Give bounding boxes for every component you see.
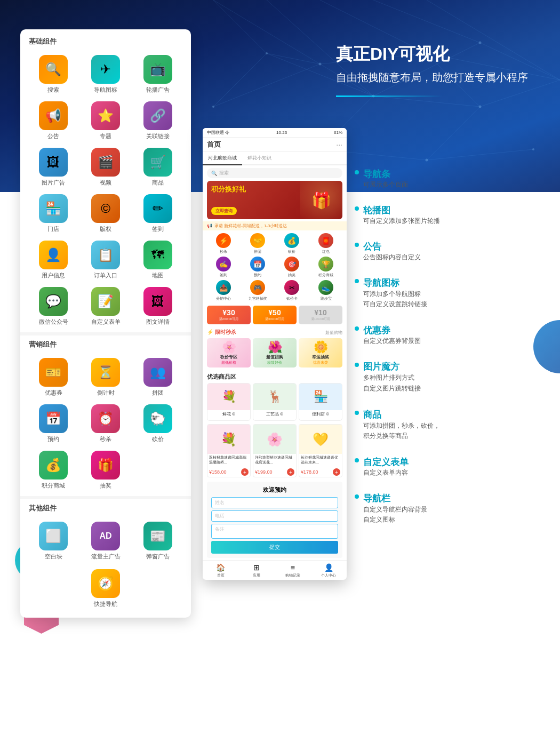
- bottom-nav-profile[interactable]: 👤 个人中心: [311, 563, 347, 578]
- component-points-shop[interactable]: 💰 积分商城: [29, 449, 78, 492]
- product-card-3[interactable]: 💛 长沙鲜花同城速递送优选花束来... ¥178.00 +: [299, 424, 342, 477]
- flash-item-1[interactable]: 🌸 砍价专区 超低价格: [207, 338, 251, 367]
- component-topic[interactable]: ⭐ 专题: [81, 99, 130, 142]
- ann-content-7: 商品 可添加拼团，秒杀，砍价，积分兑换等商品: [363, 409, 440, 441]
- component-checkin[interactable]: ✏ 签到: [133, 192, 182, 235]
- component-article[interactable]: 🖼 图文详情: [133, 285, 182, 328]
- cat-store[interactable]: 🏪 便利店 ©: [299, 383, 342, 421]
- cat-craft[interactable]: 🦌 工艺品 ©: [253, 383, 297, 421]
- phone-icon-cut[interactable]: ✂ 砍价卡: [275, 280, 308, 301]
- ann-nav-icon: 导航图标 可添加多个导航图标可自定义设置跳转链接: [355, 277, 536, 309]
- flash-item-2[interactable]: 🌺 超值团购 极致好价: [253, 338, 297, 367]
- cat-flower[interactable]: 💐 鲜花 ©: [207, 383, 251, 421]
- component-countdown[interactable]: ⏳ 倒计时: [81, 356, 130, 399]
- component-coupon[interactable]: 🎫 优惠券: [29, 356, 78, 399]
- coupon-2-cond: 满300.00可用: [255, 317, 294, 322]
- img-ad-icon-box: 🖼: [39, 148, 68, 177]
- banner-decoration: 🎁: [300, 181, 342, 219]
- phone-icon-flash[interactable]: ⚡ 秒杀: [207, 233, 240, 254]
- product-3-cart[interactable]: +: [333, 468, 340, 476]
- component-video[interactable]: 🎬 视频: [81, 146, 130, 189]
- tab-home[interactable]: 河北航歌商城: [203, 152, 242, 165]
- coupon-1-amount: ¥30: [209, 308, 249, 317]
- flash-item-3-sub: 惊喜来袭: [301, 360, 340, 365]
- component-appointment[interactable]: 📅 预约: [29, 402, 78, 445]
- ann-dot-5: [355, 326, 359, 331]
- product-2-cart[interactable]: +: [287, 468, 294, 476]
- component-img-ad[interactable]: 🖼 图片广告: [29, 146, 78, 189]
- component-banner[interactable]: 📺 轮播广告: [133, 53, 182, 96]
- link-icon-box: 🔗: [143, 101, 172, 130]
- ann-title-7: 商品: [363, 409, 440, 421]
- ann-content-5: 优惠券 自定义优惠券背景图: [363, 324, 421, 346]
- topic-icon-box: ⭐: [91, 101, 120, 130]
- link-label: 关联链接: [146, 132, 170, 140]
- product-2-price: ¥199.00: [255, 469, 273, 475]
- component-product[interactable]: 🛒 商品: [133, 146, 182, 189]
- phone-icon-bargain[interactable]: 💰 砍价: [275, 233, 308, 254]
- bottom-nav-apps[interactable]: ⊞ 应用: [239, 563, 275, 578]
- flash-items-grid: 🌸 砍价专区 超低价格 🌺 超值团购 极致好价 🌼 幸运抽奖 惊喜来袭: [203, 337, 347, 371]
- flash-item-3-img: 🌼: [301, 340, 340, 354]
- component-copyright[interactable]: © 版权: [81, 192, 130, 235]
- svg-line-22: [427, 107, 480, 160]
- component-order[interactable]: 📋 订单入口: [81, 238, 130, 282]
- video-icon-box: 🎬: [91, 148, 120, 177]
- quick-nav-row: 🧭 快捷导航: [29, 567, 182, 610]
- phone-search-bar[interactable]: 🔍 搜索: [207, 168, 342, 178]
- phone-icon-grid-lottery[interactable]: 🎮 九宫格抽奖: [241, 280, 274, 301]
- product-card-1[interactable]: 💐 双枝鲜花速递同城高端温馨路桥... ¥158.00 +: [207, 424, 251, 477]
- phone-icon-run[interactable]: 👟 跑步宝: [309, 280, 342, 301]
- component-user-info[interactable]: 👤 用户信息: [29, 238, 78, 282]
- component-blank[interactable]: ⬜ 空白块: [29, 520, 78, 563]
- component-search[interactable]: 🔍 搜索: [29, 53, 78, 96]
- phone-icon-lottery2[interactable]: 🎯 抽奖: [275, 257, 308, 278]
- component-popup-ad[interactable]: 📰 弹窗广告: [133, 520, 182, 563]
- history-nav-label: 购物记录: [285, 573, 300, 578]
- component-wechat[interactable]: 💬 微信公众号: [29, 285, 78, 328]
- copyright-label: 版权: [100, 225, 111, 233]
- product-1-cart[interactable]: +: [241, 468, 249, 476]
- quick-nav-label: 快捷导航: [94, 600, 117, 608]
- component-lottery[interactable]: 🎁 抽奖: [81, 449, 130, 492]
- section-separator-2: [20, 496, 191, 499]
- grid-lottery-circle: 🎮: [250, 280, 265, 295]
- component-notice[interactable]: 📢 公告: [29, 99, 78, 142]
- flash-item-3[interactable]: 🌼 幸运抽奖 惊喜来袭: [299, 338, 342, 367]
- component-quick-nav[interactable]: 🧭 快捷导航: [91, 567, 120, 610]
- search-label: 搜索: [47, 86, 59, 94]
- popup-ad-label: 弹窗广告: [146, 553, 170, 561]
- tab-knowledge[interactable]: 鲜花小知识: [242, 152, 277, 164]
- bottom-nav-history[interactable]: ≡ 购物记录: [275, 563, 311, 578]
- ann-dot-9: [355, 494, 359, 499]
- component-custom-form[interactable]: 📝 自定义表单: [81, 285, 130, 328]
- phone-icon-appt[interactable]: 📅 预约: [241, 257, 274, 278]
- component-store[interactable]: 🏪 门店: [29, 192, 78, 235]
- form-field-name[interactable]: 姓名: [211, 497, 338, 508]
- phone-icon-points[interactable]: 🏆 积分商城: [309, 257, 342, 278]
- ann-desc-4: 可添加多个导航图标可自定义设置跳转链接: [363, 289, 427, 309]
- form-field-phone[interactable]: 电话: [211, 510, 338, 522]
- ann-title-5: 优惠券: [363, 324, 421, 337]
- component-group-buy[interactable]: 👥 拼团: [133, 356, 182, 399]
- phone-icon-redpack[interactable]: 🧧 红包: [309, 233, 342, 254]
- cat-flower-label: 鲜花 ©: [207, 410, 250, 418]
- product-card-2[interactable]: 🌸 洋和造型鲜花速递同城花店送花... ¥199.00 +: [253, 424, 297, 477]
- component-link[interactable]: 🔗 关联链接: [133, 99, 182, 142]
- component-nav-icon[interactable]: ✈ 导航图标: [81, 53, 130, 96]
- bottom-nav-home[interactable]: 🏠 首页: [203, 563, 239, 578]
- phone-icon-group[interactable]: 🤝 拼团: [241, 233, 274, 254]
- product-listing: 💐 双枝鲜花速递同城高端温馨路桥... ¥158.00 + 🌸 洋和造型鲜花速递…: [203, 422, 347, 480]
- category-grid: 💐 鲜花 © 🦌 工艺品 © 🏪 便利店 ©: [207, 383, 342, 421]
- form-submit-btn[interactable]: 提交: [211, 541, 338, 554]
- flash-item-1-img: 🌸: [209, 340, 249, 354]
- component-bargain[interactable]: 🐑 砍价: [133, 402, 182, 445]
- component-flash-sale[interactable]: ⏰ 秒杀: [81, 402, 130, 445]
- form-field-note[interactable]: 备注: [211, 524, 338, 539]
- ann-content-3: 公告 公告图标内容自定义: [363, 241, 421, 262]
- banner-btn[interactable]: 立即查询: [211, 207, 237, 215]
- phone-icon-checkin[interactable]: ✍ 签到: [207, 257, 240, 278]
- component-traffic-ad[interactable]: AD 流量主广告: [81, 520, 130, 563]
- phone-icon-distribute[interactable]: 📤 分销中心: [207, 280, 240, 301]
- component-map[interactable]: 🗺 地图: [133, 238, 182, 282]
